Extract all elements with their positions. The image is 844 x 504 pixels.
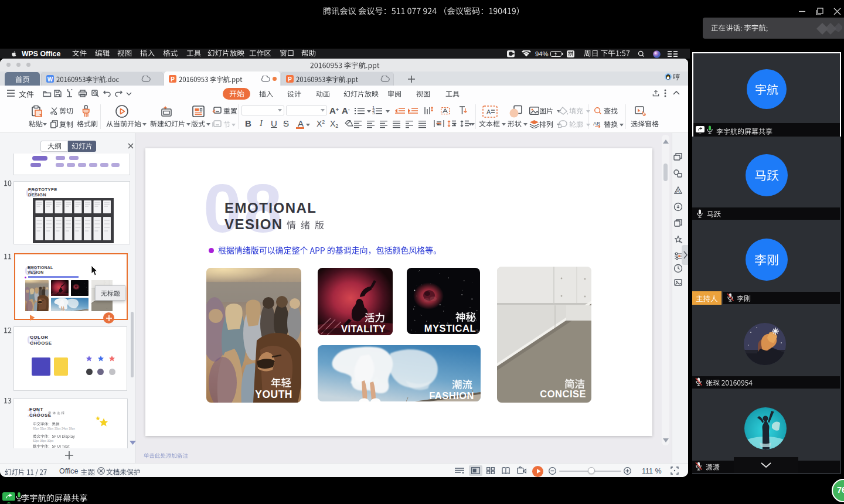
svg-text:W: W <box>47 76 53 83</box>
svg-text:A: A <box>486 108 491 115</box>
svg-text:P: P <box>288 76 292 83</box>
svg-text:P: P <box>171 76 175 83</box>
svg-text:A: A <box>676 188 680 194</box>
